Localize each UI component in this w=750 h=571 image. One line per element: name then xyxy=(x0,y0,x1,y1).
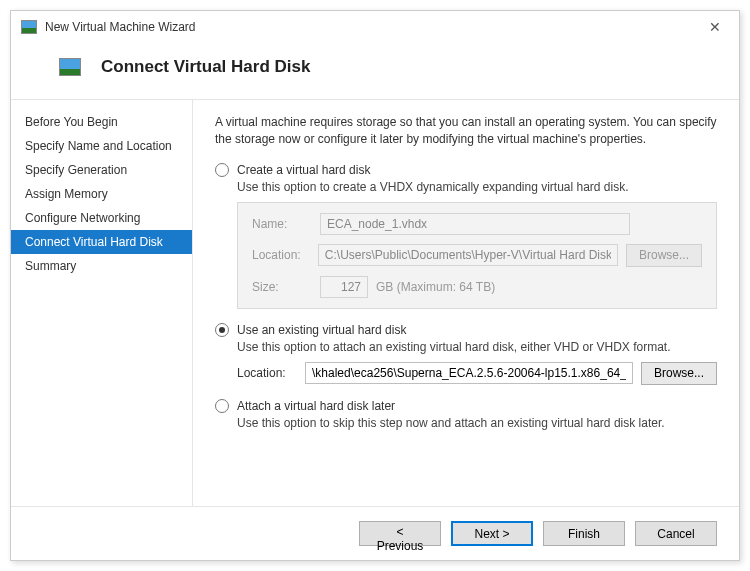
option-create-label: Create a virtual hard disk xyxy=(237,163,370,177)
option-later-label: Attach a virtual hard disk later xyxy=(237,399,395,413)
option-create-vhd: Create a virtual hard disk Use this opti… xyxy=(215,163,717,309)
finish-button[interactable]: Finish xyxy=(543,521,625,546)
nav-sidebar: Before You Begin Specify Name and Locati… xyxy=(11,100,193,506)
body: Before You Begin Specify Name and Locati… xyxy=(11,99,739,507)
existing-browse-button[interactable]: Browse... xyxy=(641,362,717,385)
option-attach-later: Attach a virtual hard disk later Use thi… xyxy=(215,399,717,430)
window-title: New Virtual Machine Wizard xyxy=(45,20,701,34)
nav-before-you-begin[interactable]: Before You Begin xyxy=(11,110,192,134)
page-title: Connect Virtual Hard Disk xyxy=(101,57,310,77)
footer: < Previous Next > Finish Cancel xyxy=(11,507,739,560)
create-name-input xyxy=(320,213,630,235)
header: Connect Virtual Hard Disk xyxy=(11,43,739,99)
titlebar: New Virtual Machine Wizard ✕ xyxy=(11,11,739,43)
create-loc-input xyxy=(318,244,618,266)
option-later-desc: Use this option to skip this step now an… xyxy=(237,416,717,430)
existing-panel: Location: Browse... xyxy=(237,362,717,385)
close-icon[interactable]: ✕ xyxy=(701,19,729,35)
create-size-suffix: GB (Maximum: 64 TB) xyxy=(376,280,495,294)
existing-loc-input[interactable] xyxy=(305,362,633,384)
radio-create-vhd[interactable] xyxy=(215,163,229,177)
radio-existing-vhd[interactable] xyxy=(215,323,229,337)
create-size-input xyxy=(320,276,368,298)
next-button[interactable]: Next > xyxy=(451,521,533,546)
nav-summary[interactable]: Summary xyxy=(11,254,192,278)
create-browse-button: Browse... xyxy=(626,244,702,267)
nav-assign-memory[interactable]: Assign Memory xyxy=(11,182,192,206)
option-existing-desc: Use this option to attach an existing vi… xyxy=(237,340,717,354)
nav-connect-vhd[interactable]: Connect Virtual Hard Disk xyxy=(11,230,192,254)
create-name-label: Name: xyxy=(252,217,320,231)
wizard-window: New Virtual Machine Wizard ✕ Connect Vir… xyxy=(10,10,740,561)
option-existing-label: Use an existing virtual hard disk xyxy=(237,323,406,337)
create-loc-label: Location: xyxy=(252,248,318,262)
create-panel: Name: Location: Browse... Size: GB (Maxi… xyxy=(237,202,717,309)
radio-attach-later[interactable] xyxy=(215,399,229,413)
cancel-button[interactable]: Cancel xyxy=(635,521,717,546)
previous-button[interactable]: < Previous xyxy=(359,521,441,546)
create-size-label: Size: xyxy=(252,280,320,294)
intro-text: A virtual machine requires storage so th… xyxy=(215,114,717,149)
option-create-desc: Use this option to create a VHDX dynamic… xyxy=(237,180,717,194)
app-icon xyxy=(21,20,37,34)
option-existing-vhd: Use an existing virtual hard disk Use th… xyxy=(215,323,717,385)
content-pane: A virtual machine requires storage so th… xyxy=(193,100,739,506)
step-icon xyxy=(59,58,81,76)
nav-specify-name[interactable]: Specify Name and Location xyxy=(11,134,192,158)
existing-loc-label: Location: xyxy=(237,366,305,380)
nav-configure-networking[interactable]: Configure Networking xyxy=(11,206,192,230)
nav-specify-generation[interactable]: Specify Generation xyxy=(11,158,192,182)
